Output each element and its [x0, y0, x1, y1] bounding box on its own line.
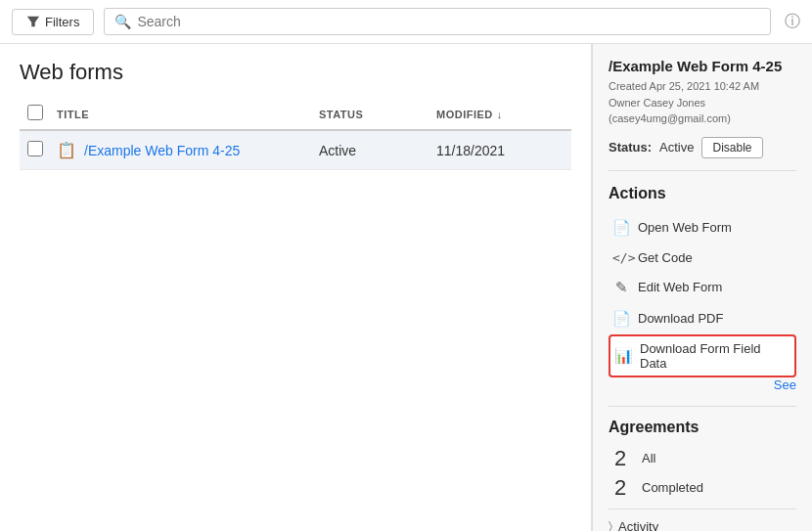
header-checkbox-cell — [27, 105, 57, 123]
toolbar: Filters 🔍 ⓘ — [0, 0, 812, 44]
actions-title: Actions — [609, 185, 796, 202]
download-form-field-icon: 📊 — [614, 347, 632, 365]
status-cell: Active — [319, 143, 436, 158]
download-pdf-icon: 📄 — [612, 310, 630, 328]
svg-marker-0 — [27, 17, 39, 27]
action-download-field-label: Download Form Field Data — [640, 341, 790, 371]
form-title-cell: 📋 /Example Web Form 4-25 — [57, 141, 319, 159]
agreement-all-count: 2 — [609, 446, 632, 471]
action-open-web-form[interactable]: 📄 Open Web Form — [609, 212, 796, 243]
agreement-all-row: 2 All — [609, 446, 796, 471]
get-code-icon: </> — [612, 250, 630, 265]
filter-icon — [26, 15, 40, 28]
right-panel: /Example Web Form 4-25 Created Apr 25, 2… — [592, 44, 812, 531]
agreement-completed-label: Completed — [642, 480, 703, 495]
action-download-pdf-label: Download PDF — [638, 311, 723, 326]
info-icon[interactable]: ⓘ — [785, 12, 800, 32]
main-layout: Web forms TITLE STATUS MODIFIED ↓ 📋 /Exa… — [0, 44, 812, 531]
action-download-form-field-data[interactable]: 📊 Download Form Field Data — [609, 334, 796, 377]
search-box: 🔍 — [104, 8, 771, 35]
table-row[interactable]: 📋 /Example Web Form 4-25 Active 11/18/20… — [20, 131, 571, 170]
sort-arrow-icon: ↓ — [497, 109, 503, 120]
filters-label: Filters — [45, 15, 79, 29]
agreement-completed-row: 2 Completed — [609, 475, 796, 501]
col-modified: MODIFIED ↓ — [436, 109, 564, 120]
action-get-code-label: Get Code — [638, 250, 693, 265]
action-open-label: Open Web Form — [638, 220, 732, 235]
agreements-section: Agreements 2 All 2 Completed 〉 Activity — [609, 406, 796, 532]
activity-label: Activity — [618, 519, 658, 532]
filters-button[interactable]: Filters — [12, 9, 94, 35]
select-all-checkbox[interactable] — [27, 105, 43, 120]
row-checkbox-cell — [27, 141, 57, 159]
agreement-completed-count: 2 — [609, 475, 632, 501]
chevron-right-icon: 〉 — [609, 519, 612, 531]
disable-button[interactable]: Disable — [701, 137, 762, 158]
edit-web-form-icon: ✎ — [612, 279, 630, 296]
agreement-all-label: All — [642, 451, 655, 465]
panel-meta: Created Apr 25, 2021 10:42 AM Owner Case… — [609, 78, 796, 127]
search-input[interactable] — [137, 14, 760, 29]
form-doc-icon: 📋 — [57, 141, 76, 159]
row-checkbox[interactable] — [27, 141, 43, 156]
left-panel: Web forms TITLE STATUS MODIFIED ↓ 📋 /Exa… — [0, 44, 592, 531]
form-title[interactable]: /Example Web Form 4-25 — [84, 143, 240, 158]
page-title: Web forms — [20, 60, 571, 85]
panel-form-title: /Example Web Form 4-25 — [609, 58, 796, 74]
see-more-link[interactable]: See — [609, 377, 796, 392]
search-icon: 🔍 — [114, 14, 131, 29]
open-web-form-icon: 📄 — [612, 219, 630, 237]
status-label: Status: — [609, 140, 652, 155]
action-download-pdf[interactable]: 📄 Download PDF — [609, 303, 796, 334]
status-row: Status: Active Disable — [609, 137, 796, 171]
table-header: TITLE STATUS MODIFIED ↓ — [20, 99, 571, 131]
action-edit-label: Edit Web Form — [638, 280, 722, 294]
created-date: Created Apr 25, 2021 10:42 AM — [609, 78, 796, 95]
agreements-title: Agreements — [609, 419, 796, 436]
owner-info: Owner Casey Jones (casey4umg@gmail.com) — [609, 95, 796, 127]
action-get-code[interactable]: </> Get Code — [609, 243, 796, 272]
modified-cell: 11/18/2021 — [436, 143, 564, 158]
action-edit-web-form[interactable]: ✎ Edit Web Form — [609, 272, 796, 303]
status-value: Active — [659, 140, 694, 155]
col-status: STATUS — [319, 109, 436, 120]
activity-row[interactable]: 〉 Activity — [609, 509, 796, 532]
col-title: TITLE — [57, 109, 319, 120]
